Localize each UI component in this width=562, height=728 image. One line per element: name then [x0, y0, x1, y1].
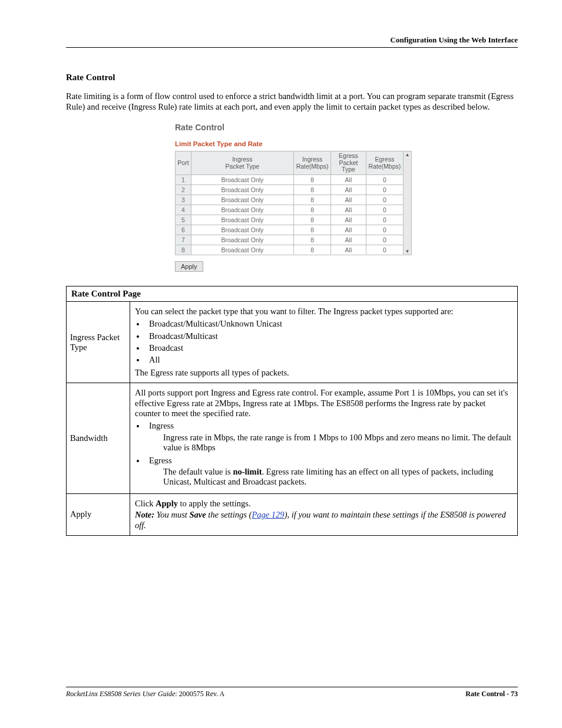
note-mid: the settings (: [206, 510, 252, 519]
cell-irate[interactable]: 8: [293, 235, 330, 245]
ui-table-wrap: Port Ingress Packet Type Ingress Rate(Mb…: [175, 151, 414, 255]
cell-itype[interactable]: Broadcast Only: [191, 215, 293, 225]
cell-irate[interactable]: 8: [293, 205, 330, 215]
footer-left-rest: : 2000575 Rev. A: [175, 690, 224, 698]
bw-item2: Egress: [149, 456, 172, 465]
list-item: Ingress Ingress rate in Mbps, the rate r…: [146, 421, 513, 453]
cell-irate[interactable]: 8: [293, 195, 330, 205]
cell-itype[interactable]: Broadcast Only: [191, 245, 293, 255]
header-right-text: Configuration Using the Web Interface: [66, 35, 518, 47]
cell-itype[interactable]: Broadcast Only: [191, 235, 293, 245]
footer-right: Rate Control - 73: [465, 690, 518, 699]
rate-control-ui: Rate Control Limit Packet Type and Rate …: [175, 123, 414, 272]
cell-erate[interactable]: 0: [366, 205, 403, 215]
ingress-intro: You can select the packet type that you …: [135, 307, 513, 317]
rate-control-table: Port Ingress Packet Type Ingress Rate(Mb…: [175, 151, 404, 255]
cell-irate[interactable]: 8: [293, 225, 330, 235]
cell-etype[interactable]: All: [331, 185, 366, 195]
intro-paragraph: Rate limiting is a form of flow control …: [66, 91, 518, 112]
table-row[interactable]: 1Broadcast Only8All0: [176, 174, 404, 185]
apply-l1-pre: Click: [135, 499, 156, 508]
row-label-apply: Apply: [67, 493, 130, 535]
cell-erate[interactable]: 0: [366, 235, 403, 245]
table-row[interactable]: 5Broadcast Only8All0: [176, 215, 404, 225]
row-label-bandwidth: Bandwidth: [67, 383, 130, 494]
scroll-up-icon[interactable]: ▲: [405, 152, 410, 157]
apply-line1: Click Apply to apply the settings.: [135, 499, 513, 509]
cell-itype[interactable]: Broadcast Only: [191, 185, 293, 195]
col-ingress-type: Ingress Packet Type: [191, 151, 293, 175]
page-link[interactable]: Page 129: [252, 510, 284, 519]
col-egress-rate: Egress Rate(Mbps): [366, 151, 403, 175]
row-content-apply: Click Apply to apply the settings. Note:…: [130, 493, 518, 535]
col-ingress-rate: Ingress Rate(Mbps): [293, 151, 330, 175]
cell-port: 2: [176, 185, 191, 195]
cell-port: 6: [176, 225, 191, 235]
rate-table-body: 1Broadcast Only8All0 2Broadcast Only8All…: [176, 174, 404, 255]
cell-etype[interactable]: All: [331, 245, 366, 255]
cell-itype[interactable]: Broadcast Only: [191, 174, 293, 185]
ingress-list: Broadcast/Multicast/Unknown Unicast Broa…: [146, 319, 513, 365]
table-row[interactable]: 8Broadcast Only8All0: [176, 245, 404, 255]
note-pre: You must: [154, 510, 190, 519]
apply-button[interactable]: Apply: [175, 261, 203, 272]
cell-etype[interactable]: All: [331, 235, 366, 245]
bandwidth-list: Ingress Ingress rate in Mbps, the rate r…: [146, 421, 513, 487]
cell-port: 1: [176, 174, 191, 185]
cell-etype[interactable]: All: [331, 174, 366, 185]
cell-irate[interactable]: 8: [293, 174, 330, 185]
col-egress-type: Egress Packet Type: [331, 151, 366, 175]
cell-etype[interactable]: All: [331, 225, 366, 235]
cell-erate[interactable]: 0: [366, 195, 403, 205]
list-item: All: [146, 355, 513, 365]
header-rule: Configuration Using the Web Interface: [66, 35, 518, 48]
cell-erate[interactable]: 0: [366, 215, 403, 225]
ui-subheading: Limit Packet Type and Rate: [175, 140, 414, 147]
note-bold: Save: [190, 510, 206, 519]
footer-right-label: Rate Control - 73: [465, 690, 518, 698]
apply-l1-bold: Apply: [156, 499, 178, 508]
cell-etype[interactable]: All: [331, 215, 366, 225]
note-label: Note:: [135, 510, 154, 519]
cell-itype[interactable]: Broadcast Only: [191, 225, 293, 235]
cell-itype[interactable]: Broadcast Only: [191, 195, 293, 205]
footer-left-italic: RocketLinx ES8508 Series User Guide: [66, 690, 175, 698]
row-content-bandwidth: All ports support port Ingress and Egres…: [130, 383, 518, 494]
bw2-pre: The default value is: [163, 467, 233, 476]
table-row[interactable]: 6Broadcast Only8All0: [176, 225, 404, 235]
cell-erate[interactable]: 0: [366, 174, 403, 185]
bandwidth-intro: All ports support port Ingress and Egres…: [135, 388, 513, 419]
cell-erate[interactable]: 0: [366, 225, 403, 235]
cell-erate[interactable]: 0: [366, 185, 403, 195]
cell-itype[interactable]: Broadcast Only: [191, 205, 293, 215]
row-content-ingress: You can select the packet type that you …: [130, 301, 518, 383]
apply-note: Note: You must Save the settings (Page 1…: [135, 510, 513, 531]
cell-etype[interactable]: All: [331, 205, 366, 215]
desc-table-title: Rate Control Page: [67, 286, 518, 301]
bw2-bold: no-limit: [233, 467, 262, 476]
description-table: Rate Control Page Ingress Packet Type Yo…: [66, 286, 518, 536]
footer-left: RocketLinx ES8508 Series User Guide: 200…: [66, 690, 224, 699]
cell-erate[interactable]: 0: [366, 245, 403, 255]
cell-port: 4: [176, 205, 191, 215]
cell-etype[interactable]: All: [331, 195, 366, 205]
page-footer: RocketLinx ES8508 Series User Guide: 200…: [66, 687, 518, 699]
col-port: Port: [176, 151, 191, 175]
cell-irate[interactable]: 8: [293, 185, 330, 195]
cell-port: 8: [176, 245, 191, 255]
list-item: Broadcast/Multicast: [146, 331, 513, 341]
table-row[interactable]: 7Broadcast Only8All0: [176, 235, 404, 245]
ingress-outro: The Egress rate supports all types of pa…: [135, 368, 513, 378]
scrollbar[interactable]: ▲ ▼: [404, 151, 412, 255]
table-row[interactable]: 3Broadcast Only8All0: [176, 195, 404, 205]
cell-port: 7: [176, 235, 191, 245]
scroll-down-icon[interactable]: ▼: [405, 249, 410, 254]
ui-heading: Rate Control: [175, 123, 414, 132]
cell-irate[interactable]: 8: [293, 245, 330, 255]
apply-l1-post: to apply the settings.: [178, 499, 251, 508]
cell-irate[interactable]: 8: [293, 215, 330, 225]
table-row[interactable]: 4Broadcast Only8All0: [176, 205, 404, 215]
table-row[interactable]: 2Broadcast Only8All0: [176, 185, 404, 195]
bw-item1-sub: Ingress rate in Mbps, the rate range is …: [163, 433, 513, 453]
row-label-ingress: Ingress Packet Type: [67, 301, 130, 383]
